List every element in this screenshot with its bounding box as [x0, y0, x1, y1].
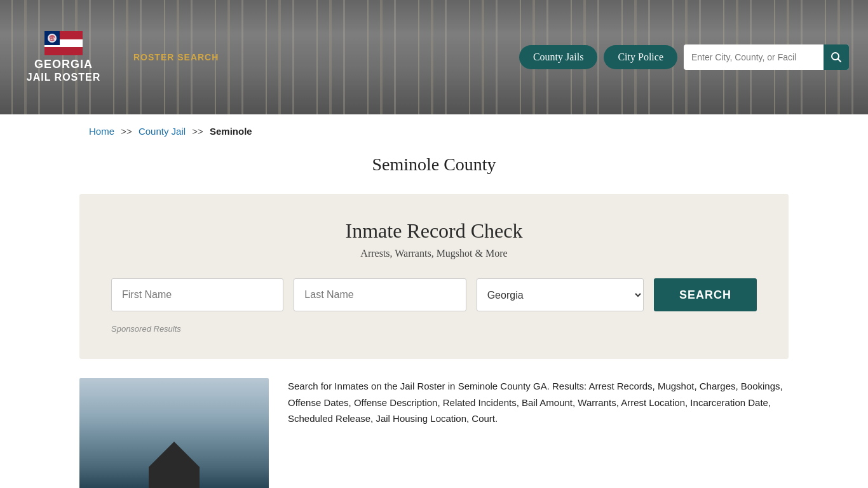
first-name-input[interactable] [111, 278, 283, 311]
inmate-search-button[interactable]: SEARCH [654, 278, 757, 311]
inmate-record-heading: Inmate Record Check [111, 219, 757, 243]
breadcrumb: Home >> County Jail >> Seminole [0, 114, 868, 148]
roster-search-nav[interactable]: ROSTER SEARCH [133, 52, 219, 62]
svg-line-8 [838, 59, 841, 62]
breadcrumb-sep1: >> [121, 126, 132, 137]
inmate-record-section: Inmate Record Check Arrests, Warrants, M… [79, 194, 789, 359]
svg-rect-2 [44, 47, 83, 55]
site-header: GA GEORGIA JAIL ROSTER ROSTER SEARCH Cou… [0, 0, 868, 114]
breadcrumb-sep2: >> [192, 126, 203, 137]
state-select[interactable]: AlabamaAlaskaArizonaArkansasCaliforniaCo… [477, 278, 644, 311]
header-search-input[interactable] [684, 52, 824, 62]
breadcrumb-home[interactable]: Home [89, 126, 114, 137]
search-icon [831, 51, 842, 63]
county-image [79, 378, 269, 488]
page-title: Seminole County [0, 154, 868, 175]
georgia-flag-icon: GA [44, 31, 83, 55]
breadcrumb-county-jail[interactable]: County Jail [139, 126, 186, 137]
svg-text:GA: GA [49, 36, 56, 41]
county-description: Search for Inmates on the Jail Roster in… [288, 378, 789, 427]
inmate-record-subheading: Arrests, Warrants, Mugshot & More [111, 248, 757, 259]
county-jails-button[interactable]: County Jails [519, 45, 598, 69]
bottom-section: Search for Inmates on the Jail Roster in… [79, 378, 789, 488]
sponsored-label: Sponsored Results [111, 324, 757, 334]
site-logo: GA GEORGIA JAIL ROSTER [19, 31, 108, 83]
last-name-input[interactable] [294, 278, 466, 311]
header-right: County Jails City Police [519, 44, 849, 70]
logo-title: GEORGIA [34, 58, 93, 72]
inmate-search-form: AlabamaAlaskaArizonaArkansasCaliforniaCo… [111, 278, 757, 311]
logo-subtitle: JAIL ROSTER [27, 72, 101, 83]
breadcrumb-current: Seminole [210, 126, 252, 137]
city-police-button[interactable]: City Police [604, 45, 677, 69]
header-search-button[interactable] [824, 44, 849, 70]
header-search-bar [684, 44, 849, 70]
